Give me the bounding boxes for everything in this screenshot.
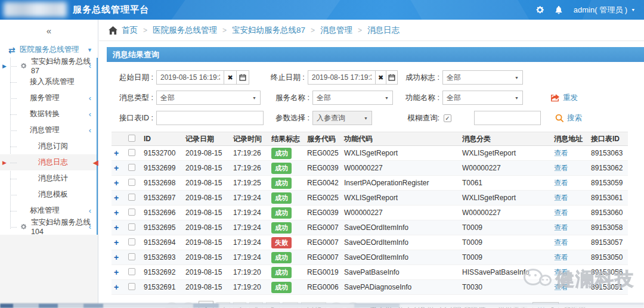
notification-bell-icon[interactable] bbox=[555, 5, 564, 14]
service-name-select[interactable]: 全部▼ bbox=[312, 91, 393, 105]
view-message-link[interactable]: 查看 bbox=[554, 164, 568, 172]
row-checkbox[interactable] bbox=[128, 179, 135, 186]
fuzzy-query-checkbox[interactable]: ✓ bbox=[444, 114, 451, 122]
breadcrumb-item[interactable]: 消息日志 bbox=[367, 26, 400, 35]
message-type-select[interactable]: 全部▼ bbox=[156, 91, 261, 105]
cell-service-code: REG0042 bbox=[305, 176, 342, 191]
row-checkbox[interactable] bbox=[128, 194, 135, 201]
interface-id-input[interactable] bbox=[156, 111, 264, 125]
row-checkbox[interactable] bbox=[128, 238, 135, 245]
cell-record-time: 17:19:24 bbox=[231, 206, 269, 220]
end-date-calendar-icon[interactable] bbox=[386, 70, 398, 85]
breadcrumb-item[interactable]: 首页 bbox=[122, 26, 138, 35]
status-badge: 成功 bbox=[271, 192, 292, 204]
view-message-link[interactable]: 查看 bbox=[554, 238, 568, 247]
row-checkbox[interactable] bbox=[128, 223, 135, 231]
cell-record-date: 2019-08-15 bbox=[183, 220, 231, 235]
breadcrumb-separator: > bbox=[358, 26, 362, 35]
expand-row-icon[interactable]: + bbox=[114, 208, 119, 217]
view-message-link[interactable]: 查看 bbox=[554, 283, 568, 291]
cell-message-category: T0009 bbox=[460, 220, 552, 235]
status-badge: 成功 bbox=[271, 222, 292, 234]
sidebar-item[interactable]: ▶宝安妇幼服务总线87‹ bbox=[0, 58, 97, 74]
view-message-link[interactable]: 查看 bbox=[554, 253, 568, 262]
row-checkbox[interactable] bbox=[128, 164, 135, 171]
expand-row-icon[interactable]: + bbox=[114, 163, 119, 173]
expand-row-icon[interactable]: + bbox=[114, 253, 119, 262]
sidebar-item[interactable]: 消息模板 bbox=[0, 186, 97, 203]
sidebar-item-label: 医院服务总线管理 bbox=[20, 45, 79, 55]
settings-gear-icon[interactable] bbox=[535, 5, 544, 14]
sidebar-item[interactable]: 消息订阅 bbox=[0, 138, 97, 154]
view-message-link[interactable]: 查看 bbox=[554, 209, 568, 217]
row-checkbox[interactable] bbox=[128, 268, 135, 275]
row-checkbox[interactable] bbox=[128, 253, 135, 260]
expand-row-icon[interactable]: + bbox=[114, 223, 119, 232]
chevron-left-icon: ‹ bbox=[89, 206, 91, 215]
select-all-checkbox[interactable] bbox=[128, 135, 135, 142]
view-message-link[interactable]: 查看 bbox=[554, 223, 568, 232]
table-row: +915326942019-08-1517:19:24失败REG0007Save… bbox=[112, 235, 628, 250]
expand-row-icon[interactable]: + bbox=[114, 267, 119, 277]
cell-id: 91532695 bbox=[141, 220, 183, 235]
end-date-clear-icon[interactable]: ✖ bbox=[375, 70, 387, 85]
sidebar-item-label: 标准管理 bbox=[30, 206, 60, 216]
function-name-select[interactable]: 全部▼ bbox=[442, 91, 523, 105]
resend-button[interactable]: 重发 bbox=[550, 93, 578, 103]
sidebar-item[interactable]: 标准管理‹ bbox=[0, 203, 97, 219]
start-date-calendar-icon[interactable] bbox=[236, 70, 249, 85]
breadcrumb-item[interactable]: 医院服务总线管理 bbox=[153, 26, 217, 35]
cell-record-date: 2019-08-15 bbox=[183, 235, 231, 250]
search-button[interactable]: 搜索 bbox=[555, 113, 582, 123]
view-message-link[interactable]: 查看 bbox=[554, 149, 568, 157]
sidebar-item[interactable]: 接入系统管理 bbox=[0, 74, 97, 90]
cell-message-category: W00000227 bbox=[460, 161, 552, 176]
sidebar-item[interactable]: 服务管理‹ bbox=[0, 90, 97, 106]
cell-service-code: REG0007 bbox=[305, 235, 342, 250]
sidebar-item[interactable]: 宝安妇幼服务总线104‹ bbox=[0, 219, 97, 235]
row-checkbox[interactable] bbox=[128, 149, 135, 156]
cell-message-category: T0009 bbox=[460, 250, 552, 265]
status-badge: 成功 bbox=[271, 148, 292, 159]
sidebar-item[interactable]: 数据转换‹ bbox=[0, 106, 97, 122]
cell-record-date: 2019-08-15 bbox=[183, 206, 231, 220]
breadcrumb-item[interactable]: 消息管理 bbox=[320, 26, 352, 35]
view-message-link[interactable]: 查看 bbox=[554, 179, 568, 187]
param-select[interactable]: 入参查询▼ bbox=[312, 111, 372, 125]
table-row: +915326922019-08-1517:19:20成功REG0019Save… bbox=[112, 265, 628, 280]
admin-user-menu[interactable]: admin( 管理员 ) ▼ bbox=[574, 5, 636, 15]
expand-row-icon[interactable]: + bbox=[114, 238, 119, 247]
expand-row-icon[interactable]: + bbox=[114, 178, 119, 188]
expand-row-icon[interactable]: + bbox=[114, 193, 119, 203]
chevron-left-icon: ‹ bbox=[89, 222, 91, 231]
row-checkbox[interactable] bbox=[128, 209, 135, 216]
sidebar-item-active[interactable]: ▶消息日志◀ bbox=[0, 154, 97, 170]
sidebar-item-label: 消息管理 bbox=[30, 125, 60, 135]
success-flag-select[interactable]: 全部▼ bbox=[442, 70, 523, 85]
view-message-link[interactable]: 查看 bbox=[554, 268, 568, 276]
cell-record-date: 2019-08-15 bbox=[183, 280, 231, 295]
view-message-link[interactable]: 查看 bbox=[554, 194, 568, 202]
sidebar-item-label: 数据转换 bbox=[30, 109, 60, 119]
status-badge: 成功 bbox=[271, 163, 292, 174]
cell-interface-id: 89153060 bbox=[589, 206, 628, 220]
cell-record-time: 17:19:25 bbox=[231, 176, 269, 191]
sidebar-item[interactable]: ⇄医院服务总线管理▼ bbox=[0, 42, 98, 58]
end-date-input[interactable] bbox=[308, 70, 376, 85]
cell-message-category: W00000227 bbox=[460, 206, 552, 220]
cell-service-code: REG0019 bbox=[305, 265, 342, 280]
expand-row-icon[interactable]: + bbox=[114, 148, 119, 158]
sidebar-collapse-button[interactable]: « bbox=[0, 20, 98, 42]
sidebar-item[interactable]: 消息统计 bbox=[0, 170, 97, 186]
fuzzy-query-input[interactable] bbox=[474, 111, 541, 125]
table-row: +915326952019-08-1517:19:24成功REG0007Save… bbox=[112, 220, 628, 235]
expand-row-icon[interactable]: + bbox=[114, 282, 119, 292]
start-date-input[interactable] bbox=[156, 70, 224, 85]
table-row: +915326992019-08-1517:19:26成功REG0039W000… bbox=[112, 161, 628, 176]
message-type-label: 消息类型 : bbox=[112, 93, 153, 103]
table-row: +915326982019-08-1517:19:25成功REG0042Inse… bbox=[112, 176, 628, 191]
row-checkbox[interactable] bbox=[128, 283, 135, 290]
start-date-clear-icon[interactable]: ✖ bbox=[224, 70, 237, 85]
sidebar-item[interactable]: 消息管理‹ bbox=[0, 122, 97, 138]
breadcrumb-item[interactable]: 宝安妇幼服务总线87 bbox=[232, 26, 305, 35]
